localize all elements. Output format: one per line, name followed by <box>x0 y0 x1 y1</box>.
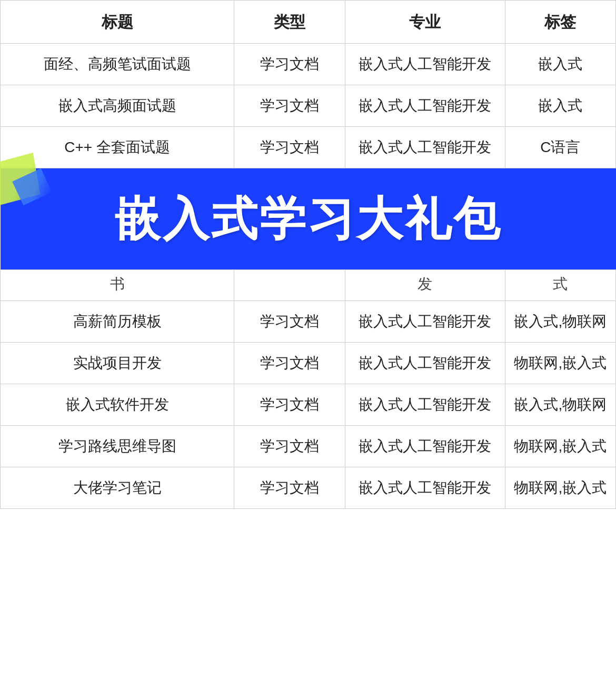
header-title: 标题 <box>1 1 234 44</box>
row6-title: 嵌入式软件开发 <box>1 384 234 426</box>
table-row: 面经、高频笔试面试题 学习文档 嵌入式人工智能开发 嵌入式 <box>1 44 616 85</box>
row3-title: C++ 全套面试题 <box>1 127 234 168</box>
partial-type <box>234 270 345 301</box>
row3-major: 嵌入式人工智能开发 <box>345 127 505 168</box>
row3-tag: C语言 <box>505 127 615 168</box>
table-row: 实战项目开发 学习文档 嵌入式人工智能开发 物联网,嵌入式 <box>1 343 616 384</box>
row3-type: 学习文档 <box>234 127 345 168</box>
row4-tag: 嵌入式,物联网 <box>505 301 615 343</box>
header-type: 类型 <box>234 1 345 44</box>
row2-major: 嵌入式人工智能开发 <box>345 85 505 127</box>
partial-after-banner-row: 书 发 式 <box>1 270 616 301</box>
row7-title: 学习路线思维导图 <box>1 426 234 467</box>
partial-title: 书 <box>1 270 234 301</box>
row2-tag: 嵌入式 <box>505 85 615 127</box>
row5-type: 学习文档 <box>234 343 345 384</box>
row2-title: 嵌入式高频面试题 <box>1 85 234 127</box>
header-major: 专业 <box>345 1 505 44</box>
row6-type: 学习文档 <box>234 384 345 426</box>
table-row: 嵌入式高频面试题 学习文档 嵌入式人工智能开发 嵌入式 <box>1 85 616 127</box>
row8-type: 学习文档 <box>234 467 345 509</box>
banner-row: 嵌入式学习大礼包 <box>1 168 616 270</box>
content-table: 标题 类型 专业 标签 面经、高频笔试面试题 学习文档 嵌入式人工智能开发 嵌入… <box>0 0 616 509</box>
row8-major: 嵌入式人工智能开发 <box>345 467 505 509</box>
banner-overlay: 嵌入式学习大礼包 <box>1 168 616 269</box>
row7-major: 嵌入式人工智能开发 <box>345 426 505 467</box>
row6-tag: 嵌入式,物联网 <box>505 384 615 426</box>
row1-tag: 嵌入式 <box>505 44 615 85</box>
row5-title: 实战项目开发 <box>1 343 234 384</box>
banner-text: 嵌入式学习大礼包 <box>114 184 502 254</box>
row6-major: 嵌入式人工智能开发 <box>345 384 505 426</box>
row1-type: 学习文档 <box>234 44 345 85</box>
table-row: C++ 全套面试题 学习文档 嵌入式人工智能开发 C语言 <box>1 127 616 168</box>
table-row: 高薪简历模板 学习文档 嵌入式人工智能开发 嵌入式,物联网 <box>1 301 616 343</box>
row7-tag: 物联网,嵌入式 <box>505 426 615 467</box>
row1-title: 面经、高频笔试面试题 <box>1 44 234 85</box>
row4-major: 嵌入式人工智能开发 <box>345 301 505 343</box>
row5-tag: 物联网,嵌入式 <box>505 343 615 384</box>
table-row: 嵌入式软件开发 学习文档 嵌入式人工智能开发 嵌入式,物联网 <box>1 384 616 426</box>
partial-major: 发 <box>345 270 505 301</box>
row8-tag: 物联网,嵌入式 <box>505 467 615 509</box>
row7-type: 学习文档 <box>234 426 345 467</box>
partial-tag: 式 <box>505 270 615 301</box>
row8-title: 大佬学习笔记 <box>1 467 234 509</box>
table-row: 学习路线思维导图 学习文档 嵌入式人工智能开发 物联网,嵌入式 <box>1 426 616 467</box>
row2-type: 学习文档 <box>234 85 345 127</box>
row4-type: 学习文档 <box>234 301 345 343</box>
row5-major: 嵌入式人工智能开发 <box>345 343 505 384</box>
header-tag: 标签 <box>505 1 615 44</box>
table-row: 大佬学习笔记 学习文档 嵌入式人工智能开发 物联网,嵌入式 <box>1 467 616 509</box>
row4-title: 高薪简历模板 <box>1 301 234 343</box>
table-header-row: 标题 类型 专业 标签 <box>1 1 616 44</box>
banner-cell: 嵌入式学习大礼包 <box>1 168 616 270</box>
row1-major: 嵌入式人工智能开发 <box>345 44 505 85</box>
main-table-wrapper: 标题 类型 专业 标签 面经、高频笔试面试题 学习文档 嵌入式人工智能开发 嵌入… <box>0 0 616 509</box>
